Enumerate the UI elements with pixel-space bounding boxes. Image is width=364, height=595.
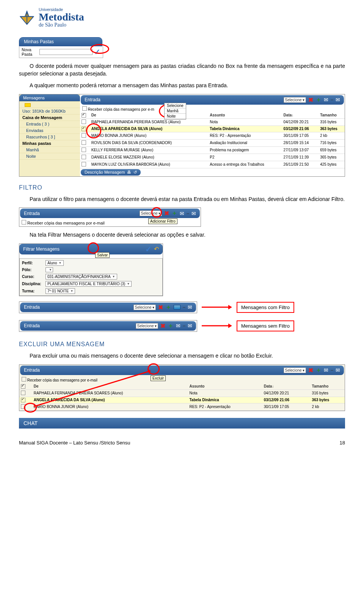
x-icon[interactable]: ✖ [158,304,163,311]
plus-icon[interactable]: ＋ [165,303,171,311]
sidebar-rascunhos[interactable]: Rascunhos [ 3 ] [19,134,80,140]
col-tamanho[interactable]: Tamanho [318,112,345,119]
logo-sp: de São Paulo [39,22,84,28]
move-env-icon[interactable]: ✉ [324,97,328,103]
sidebar-entrada[interactable]: Entrada ( 3 ) [19,121,80,127]
add-plus-icon[interactable]: ＋ [315,96,322,104]
excluir-heading: EXCLUIR UMA MENSAGEM [19,341,345,348]
copy-cb5[interactable] [22,377,26,381]
svg-marker-3 [228,323,232,328]
callout-com-filtro: Mensagens com Filtro [237,302,294,313]
receber-copia-2: Receber cópia das mensagens por e-mail [27,221,105,225]
logo-met: Metodista [39,12,84,22]
select-all-checkbox[interactable] [82,113,86,118]
selecione-dropdown[interactable]: Selecione ▾ [284,97,306,103]
col-assunto[interactable]: Assunto [208,112,282,119]
table-row: MAYKON LUIZ OLIVEIRA BARBORSA (Aluno)Ace… [80,161,345,168]
footer-left: Manual SIGA Docente – Lato Sensu /Strict… [19,440,130,446]
screenshot-excluir: Entrada Selecione ▾ ✖ ＋ ✉ – ✉ Excluir Re… [19,364,345,411]
envelope-icon [25,103,31,107]
arrow-red-icon [202,303,232,311]
copy-cb2[interactable] [22,220,26,224]
perfil-select[interactable]: Aluno▼ [46,260,64,266]
env2-icon[interactable]: ✉ [188,323,192,329]
disciplina-label: Disciplina: [22,282,43,286]
env2-icon[interactable]: ✉ [336,367,340,373]
entrada-bar: Entrada [24,305,40,310]
sidebar-noite[interactable]: Noite [19,153,80,160]
undo-icon[interactable]: ↶ [154,245,159,253]
drop-opt-2[interactable]: Noite [165,114,186,119]
disciplina-select[interactable]: PLANEJAMENTO FISCAL E TRIBUTÁRIO (3)▼ [46,281,132,287]
arrow-red-icon [202,322,232,330]
col-as-5[interactable]: Assunto [188,383,262,390]
env-icon[interactable]: ✉ [188,304,192,310]
col-data[interactable]: Data↓ [282,112,319,119]
curso-label: Curso: [22,275,43,279]
env2-icon[interactable]: ✉ [191,210,196,217]
plus-icon[interactable]: ＋ [168,322,174,330]
drop-opt-1[interactable]: Manhã [165,108,186,114]
curso-select[interactable]: 031-ADMINISTRAÇÃO/FINANCEIRA▼ [46,274,117,279]
excluir-x-icon[interactable]: ✖ [308,367,313,374]
sidebar-head: Mensagens [19,94,80,102]
drop-opt-0[interactable]: Selecione [165,103,186,108]
filtrar-title: Filtrar Mensagens [23,246,60,252]
screenshot-mensagens: Mensagens Uso: 181Kb de 1060Kb Caixa de … [19,94,345,177]
env-icon[interactable]: ✉ [180,210,184,217]
polo-label: Pólo: [22,268,43,272]
selecione-dd[interactable]: Selecione ▾ [136,323,158,329]
perfil-label: Perfil: [22,261,43,265]
selecione-dd[interactable]: Selecione ▾ [133,305,156,310]
col-tm-5[interactable]: Tamanho [311,383,345,390]
table-row: KELLY FERREIRA MURASE (Aluno)Problema na… [80,146,345,154]
para-2: A qualquer momento poderá retornar a men… [19,82,345,89]
delete-x-icon[interactable]: ✖ [308,96,313,104]
nova-pasta-input[interactable] [39,49,93,55]
env-icon[interactable]: ✉ [176,323,180,329]
svg-marker-1 [228,305,232,309]
minhas-pastas-header: Minhas Pastas [19,37,102,46]
table-row: DANIELE ELOISE MAZZIERI (Aluno)P227/11/0… [80,154,345,161]
copy-checkbox[interactable] [82,106,87,111]
add-filter-plus-icon[interactable]: ＋ [171,209,177,217]
delete-x-icon[interactable]: ✖ [164,210,169,217]
polo-select[interactable]: ▼ [46,267,53,272]
caixa-label: Caixa de Mensagem [19,115,80,121]
logo-mark-icon [19,10,35,26]
reply-icon[interactable]: ↺ [133,170,137,175]
env2-icon[interactable]: ✉ [336,97,340,103]
filtro-heading: FILTRO [19,184,345,191]
para-1: O docente poderá mover qualquer mensagem… [19,63,345,77]
filtro-para: Para utilizar o filtro para mensagens o … [19,196,345,203]
sidebar-enviadas[interactable]: Enviadas [19,127,80,134]
selecione-dd5[interactable]: Selecione ▾ [284,367,306,373]
excluir-para: Para excluir uma ou mais mensagens o doc… [19,352,345,360]
table-row: ROVILSON DIAS DA SILVA (COORDENADOR)Aval… [80,139,345,146]
turma-select[interactable]: 7º 01 NOITE▼ [46,288,75,294]
receber-copia: Receber cópia das mensagens por e-m [88,107,154,111]
chat-heading: CHAT [19,418,345,429]
entrada-title: Entrada [24,211,40,216]
col-dt-5[interactable]: Data↓ [262,383,311,390]
print-icon[interactable]: 🖶 [127,170,131,174]
uso-label: Uso: 181Kb de 1060Kb [19,108,80,115]
entrada-bar: Entrada [24,323,40,328]
filter-badge-icon[interactable] [174,305,180,309]
callout-sem-filtro: Mensagens sem Filtro [237,320,294,331]
sidebar-manha[interactable]: Manhã [19,147,80,153]
table-row: MARIO BONNA JUNIOR (Aluno)RES: P2 - Apre… [80,132,345,139]
tooltip-salvar: Salvar [95,252,110,258]
tooltip-adicionar-filtro: Adicionar Filtro [148,218,177,224]
env-icon[interactable]: ✉ [324,367,328,373]
nova-pasta-label: Nova Pasta [22,47,38,57]
plus-icon[interactable]: ＋ [315,366,322,374]
table-row: RAPHAELA FERNANDA PEREIRA SOARES (Aluno)… [80,118,345,126]
select-all-5[interactable] [21,384,25,389]
minhas-pastas-label: Minhas pastas [19,140,80,147]
x-icon[interactable]: ✖ [160,322,165,330]
col-de[interactable]: De [90,112,209,119]
save-check-icon[interactable]: ✓ [145,245,152,254]
filtro-para2: Na tela Filtrar Mensagens o docente deve… [19,231,345,239]
mail-table: De Assunto Data↓ Tamanho RAPHAELA FERNAN… [80,112,345,168]
